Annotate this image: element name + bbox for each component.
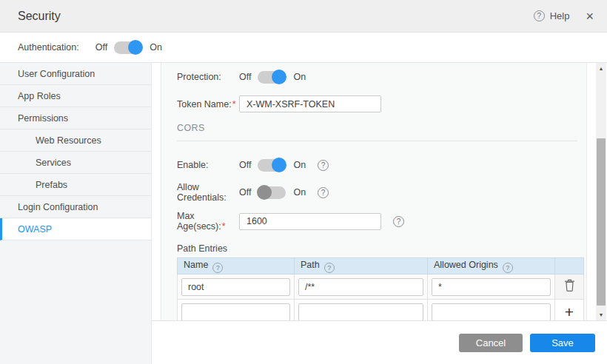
protection-field: Protection: Off On: [177, 69, 586, 85]
plus-icon: +: [565, 303, 574, 320]
name-column-help-icon[interactable]: ?: [212, 263, 223, 273]
cors-enable-field: Enable: Off On ?: [177, 157, 586, 173]
authentication-bar: Authentication: Off On: [0, 33, 607, 63]
toggle-off-label: Off: [95, 42, 107, 53]
max-age-help-icon[interactable]: ?: [393, 216, 404, 227]
sidebar-item-permissions[interactable]: Permissions: [0, 107, 151, 129]
sidebar-item-app-roles[interactable]: App Roles: [0, 85, 151, 107]
protection-toggle[interactable]: [258, 71, 286, 84]
page-title: Security: [18, 10, 61, 23]
help-icon[interactable]: ?: [534, 10, 545, 21]
enable-label: Enable:: [177, 160, 239, 170]
authentication-label: Authentication:: [18, 42, 79, 53]
protection-label: Protection:: [177, 72, 239, 82]
save-button[interactable]: Save: [530, 334, 595, 352]
new-entry-origins-input[interactable]: [432, 303, 551, 321]
content-column: Protection: Off On Token Name:*: [152, 63, 607, 364]
table-row: [178, 274, 584, 300]
content-gutter-left: [152, 63, 161, 320]
token-name-field: Token Name:*: [177, 95, 586, 112]
path-entry-name-input[interactable]: [181, 278, 290, 296]
add-row-button[interactable]: +: [565, 304, 574, 320]
sidebar: User Configuration App Roles Permissions…: [0, 63, 152, 364]
sidebar-item-web-resources[interactable]: Web Resources: [0, 129, 151, 152]
toggle-on-label: On: [293, 160, 306, 170]
path-entries-title: Path Entries: [177, 243, 586, 254]
vertical-scrollbar[interactable]: ▲ ▼: [596, 63, 606, 320]
allow-credentials-toggle-group: Off On: [239, 186, 306, 199]
enable-toggle[interactable]: [258, 159, 286, 172]
table-header-row: Name? Path? Allowed Origins?: [178, 258, 584, 274]
main-row: User Configuration App Roles Permissions…: [0, 63, 607, 364]
max-age-field: Max Age(secs):* ?: [177, 211, 586, 232]
trash-icon: [564, 279, 575, 291]
dialog-header: Security ? Help ×: [0, 0, 607, 33]
toggle-on-label: On: [293, 72, 306, 82]
allow-credentials-field: Allow Credentials: Off On ?: [177, 184, 586, 200]
new-entry-path-input[interactable]: [298, 303, 423, 321]
sidebar-item-owasp[interactable]: OWASP: [0, 218, 151, 240]
path-entry-path-input[interactable]: [298, 278, 423, 296]
column-header-actions: [555, 258, 584, 274]
enable-toggle-group: Off On: [239, 159, 306, 172]
scrollbar-thumb[interactable]: [597, 138, 606, 306]
header-actions: ? Help ×: [534, 10, 594, 23]
close-icon[interactable]: ×: [586, 10, 594, 23]
allow-credentials-toggle[interactable]: [258, 186, 286, 199]
toggle-off-label: Off: [239, 187, 251, 198]
content-gutter-right: [587, 63, 596, 320]
cancel-button[interactable]: Cancel: [459, 334, 523, 352]
security-dialog: Security ? Help × Authentication: Off On…: [0, 0, 607, 364]
sidebar-item-login-configuration[interactable]: Login Configuration: [0, 196, 151, 218]
sidebar-item-user-configuration[interactable]: User Configuration: [0, 63, 151, 85]
delete-row-button[interactable]: [564, 279, 575, 291]
column-header-path: Path?: [295, 258, 428, 274]
column-header-allowed-origins: Allowed Origins?: [428, 258, 555, 274]
allow-credentials-label: Allow Credentials:: [177, 182, 239, 203]
required-asterisk: *: [232, 99, 236, 109]
toggle-knob: [257, 185, 272, 200]
toggle-on-label: On: [150, 42, 162, 53]
cors-section-header: CORS: [177, 121, 577, 141]
cors-section-title: CORS: [177, 123, 205, 133]
path-entry-origins-input[interactable]: [432, 278, 551, 296]
toggle-knob: [128, 40, 143, 55]
toggle-on-label: On: [293, 187, 306, 198]
scroll-up-arrow-icon[interactable]: ▲: [596, 66, 606, 71]
help-link[interactable]: Help: [550, 10, 570, 21]
toggle-knob: [272, 158, 286, 172]
token-name-input[interactable]: [239, 95, 381, 112]
allowed-origins-column-help-icon[interactable]: ?: [503, 263, 513, 273]
max-age-label: Max Age(secs):*: [177, 211, 239, 232]
toggle-off-label: Off: [239, 160, 251, 170]
sidebar-item-services[interactable]: Services: [0, 152, 151, 174]
scrollable-content-region: Protection: Off On Token Name:*: [152, 63, 607, 320]
scroll-down-arrow-icon[interactable]: ▼: [596, 312, 606, 317]
authentication-toggle[interactable]: [114, 41, 142, 54]
table-row: +: [178, 300, 584, 321]
required-asterisk: *: [222, 221, 226, 232]
toggle-knob: [272, 70, 286, 84]
protection-toggle-group: Off On: [239, 71, 306, 84]
allow-credentials-help-icon[interactable]: ?: [318, 187, 329, 198]
token-name-label: Token Name:*: [177, 99, 239, 109]
dialog-footer: Cancel Save: [152, 320, 607, 364]
enable-help-icon[interactable]: ?: [318, 160, 329, 171]
new-entry-name-input[interactable]: [181, 303, 290, 321]
column-header-name: Name?: [178, 258, 295, 274]
authentication-toggle-group: Off On: [95, 41, 162, 54]
path-entries-table: Name? Path? Allowed Origins?: [177, 257, 584, 320]
owasp-settings-pane: Protection: Off On Token Name:*: [161, 63, 587, 320]
max-age-input[interactable]: [239, 213, 381, 230]
toggle-off-label: Off: [239, 72, 251, 82]
sidebar-item-prefabs[interactable]: Prefabs: [0, 174, 151, 196]
path-column-help-icon[interactable]: ?: [324, 263, 335, 273]
